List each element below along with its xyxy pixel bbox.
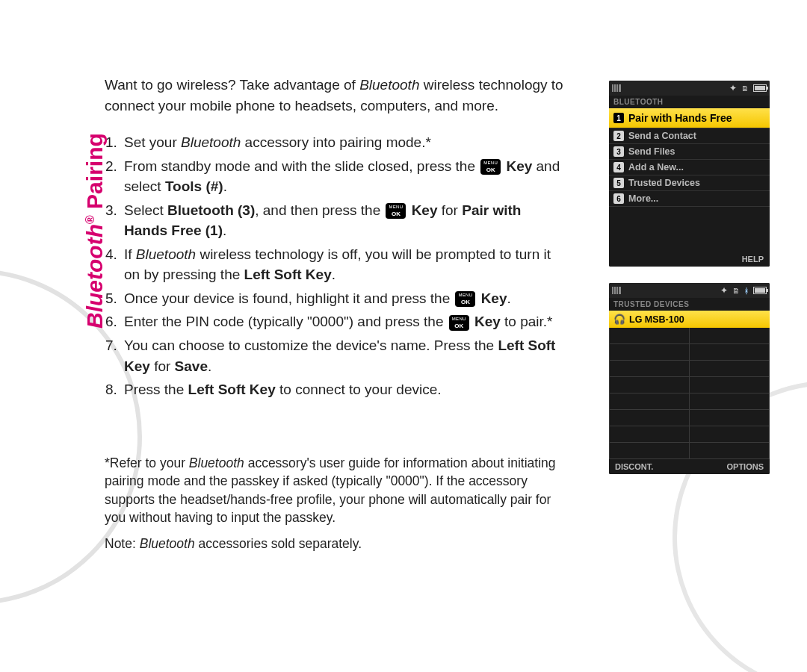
doc-icon: 🗎 [732,287,740,295]
num-badge: 5 [613,178,624,188]
text-italic: Bluetooth [136,246,196,262]
status-bar: ✦ 🗎 [609,81,770,96]
menu-item-add-new[interactable]: 4Add a New... [609,160,770,175]
text: Set your [124,134,181,150]
text: You can choose to customize the device's… [124,337,498,353]
text: *Refer to your [105,455,189,470]
nav-icon: ✦ [729,83,737,93]
num-badge: 3 [613,146,624,157]
phone-screen-trusted-devices: ✦ 🗎 ᚼ TRUSTED DEVICES 🎧 LG MSB-100 [609,283,770,474]
step-4: If Bluetooth wireless technology is off,… [121,244,568,285]
text: OK [452,323,466,329]
device-name: LG MSB-100 [629,314,684,325]
menu-ok-icon: MENUOK [480,159,501,175]
text: Want to go wireless? Take advantage of [105,77,359,93]
softkey-right[interactable]: HELP [742,255,764,264]
num-badge: 1 [613,113,624,123]
trusted-device-row[interactable]: 🎧 LG MSB-100 [609,311,770,328]
num-badge: 2 [613,131,624,141]
softkey-left[interactable]: DISCONT. [615,462,653,471]
text-bold: Key [502,158,532,174]
text: to pair.* [501,314,553,329]
empty-grid [609,328,770,459]
text: Note: [105,536,140,551]
step-3: Select Bluetooth (3), and then press the… [121,200,568,241]
text-italic: Bluetooth [189,455,244,470]
status-left [612,287,621,294]
softkey-bar: HELP [609,252,770,267]
text-bold: Left Soft Key [244,267,332,282]
menu-item-send-files[interactable]: 3Send Files [609,144,770,160]
menu-ok-icon: MENUOK [449,315,469,331]
intro: Want to go wireless? Take advantage of B… [105,75,568,116]
num-badge: 4 [613,162,624,172]
menu-label: More... [628,193,658,204]
content: Want to go wireless? Take advantage of B… [105,75,568,642]
text-italic: Bluetooth [181,134,241,150]
text: OK [483,167,498,173]
menu-list: 1Pair with Hands Free 2Send a Contact 3S… [609,108,770,207]
nav-icon: ✦ [720,285,728,296]
text: for [150,358,175,374]
side-title-bt: Bluetooth [82,224,107,329]
text: Select [124,202,167,218]
bt-status-icon: ᚼ [744,287,749,295]
menu-label: Trusted Devices [628,178,700,188]
softkey-right[interactable]: OPTIONS [726,462,764,471]
text: . [208,358,211,374]
step-7: You can choose to customize the device's… [121,335,568,376]
empty-area [609,207,770,252]
text: accessory into pairing mode.* [241,134,431,150]
step-5: Once your device is found, highlight it … [121,288,568,309]
side-title: Bluetooth® Pairing [82,133,108,329]
text: for [438,202,463,218]
text-bold: Save [175,358,208,374]
menu-item-send-contact[interactable]: 2Send a Contact [609,128,770,144]
softkey-bar: DISCONT. OPTIONS [609,459,770,474]
text-italic: Bluetooth [140,536,195,551]
menu-item-trusted-devices[interactable]: 5Trusted Devices [609,175,770,191]
text: . [507,290,511,306]
step-8: Press the Left Soft Key to connect to yo… [121,379,568,400]
text: Enter the PIN code (typically "0000") an… [124,314,448,329]
doc-icon: 🗎 [741,84,749,93]
step-1: Set your Bluetooth accessory into pairin… [121,132,568,153]
signal-icon [612,287,621,294]
text: OK [458,299,472,305]
steps-list: Set your Bluetooth accessory into pairin… [121,132,568,400]
menu-ok-icon: MENUOK [455,291,475,307]
text: OK [389,211,403,217]
text: to connect to your device. [276,382,442,397]
text-bold: Key [477,290,507,306]
text-bold: Key [407,202,437,218]
text-bold: Key [471,314,501,329]
text: accessories sold separately. [195,536,362,551]
text: Once your device is found, highlight it … [124,290,454,306]
footnote: *Refer to your Bluetooth accessory's use… [105,454,568,527]
text-bold: Left Soft Key [188,382,276,397]
status-right: ✦ 🗎 ᚼ [720,285,767,296]
menu-ok-icon: MENUOK [386,203,406,219]
menu-item-pair-hands-free[interactable]: 1Pair with Hands Free [609,108,770,128]
text-bold: Bluetooth (3) [167,202,255,218]
section-label: BLUETOOTH [609,96,770,108]
text: MENU [389,204,403,211]
battery-icon [753,84,767,92]
text: If [124,246,136,262]
menu-label: Send Files [628,146,675,157]
text: MENU [452,316,466,323]
phone-screen-bluetooth-menu: ✦ 🗎 BLUETOOTH 1Pair with Hands Free 2Sen… [609,81,770,267]
menu-label: Pair with Hands Free [628,112,732,124]
menu-label: Add a New... [628,162,684,172]
text: . [223,178,227,194]
text-bold: Tools (#) [165,178,223,194]
section-label: TRUSTED DEVICES [609,298,770,311]
status-bar: ✦ 🗎 ᚼ [609,283,770,298]
text: Press the [124,382,188,397]
text: MENU [483,160,498,167]
text: . [223,223,226,238]
text: , and then press the [255,202,384,218]
menu-item-more[interactable]: 6More... [609,191,770,207]
text: . [332,267,336,282]
battery-icon [753,287,767,294]
